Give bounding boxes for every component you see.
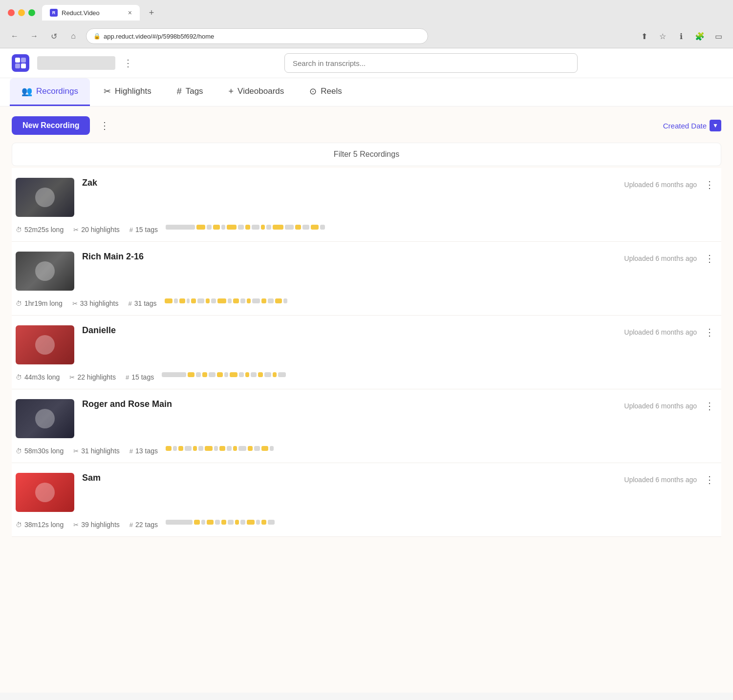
tab-videoboards[interactable]: + Videoboards — [217, 79, 296, 106]
sidebar-button[interactable]: ▭ — [711, 29, 725, 43]
svg-rect-0 — [15, 58, 20, 63]
forward-button[interactable]: → — [27, 29, 41, 43]
recording-footer: ⏱ 44m3s long ✂ 22 highlights # 15 tags — [16, 368, 717, 381]
timeline-segment — [240, 520, 245, 525]
tab-tags[interactable]: # Tags — [165, 79, 215, 106]
share-button[interactable]: ⬆ — [637, 29, 651, 43]
main-content: New Recording ⋮ Created Date ▼ Filter 5 … — [0, 106, 733, 693]
search-input[interactable] — [284, 53, 578, 73]
timeline-segment — [273, 372, 277, 377]
tab-videoboards-label: Videoboards — [237, 86, 284, 96]
bookmark-button[interactable]: ☆ — [656, 29, 669, 43]
tab-reels-label: Reels — [321, 86, 342, 96]
person-avatar — [35, 409, 55, 428]
card-menu-button[interactable]: ⋮ — [702, 178, 717, 191]
timeline-segment — [258, 372, 263, 377]
highlights-stat-icon: ✂ — [69, 374, 75, 381]
duration-stat: ⏱ 44m3s long — [16, 373, 60, 381]
card-menu-button[interactable]: ⋮ — [702, 325, 717, 339]
recording-thumbnail[interactable] — [16, 473, 74, 512]
sort-label: Created Date — [663, 122, 707, 130]
svg-rect-1 — [21, 58, 26, 63]
app-container: ⋮ 👥 Recordings ✂ Highlights # Tags + Vid… — [0, 48, 733, 693]
card-menu-button[interactable]: ⋮ — [702, 473, 717, 487]
tags-stat-icon: # — [129, 226, 133, 233]
recording-card[interactable]: Roger and Rose Main Uploaded 6 months ag… — [12, 389, 721, 463]
back-button[interactable]: ← — [8, 29, 22, 43]
recording-name: Rich Main 2-16 — [82, 252, 616, 262]
recording-stats: ⏱ 52m25s long ✂ 20 highlights # 15 tags — [16, 226, 158, 233]
timeline-segment — [245, 372, 249, 377]
timeline-segment — [270, 446, 274, 451]
timeline-segment — [228, 298, 232, 303]
timeline-segment — [188, 372, 194, 377]
app-topbar: ⋮ — [0, 48, 733, 78]
highlights-stat: ✂ 22 highlights — [69, 373, 116, 381]
timeline-bar — [166, 225, 717, 230]
address-bar[interactable]: 🔒 app.reduct.video/#/p/5998b5f692/home — [86, 28, 428, 44]
refresh-button[interactable]: ↺ — [47, 29, 61, 43]
tab-tags-label: Tags — [186, 86, 203, 96]
browser-addressbar: ← → ↺ ⌂ 🔒 app.reduct.video/#/p/5998b5f69… — [0, 25, 733, 48]
recording-meta-right: Uploaded 6 months ago ⋮ — [624, 399, 717, 413]
recording-name: Sam — [82, 473, 616, 483]
clock-icon: ⏱ — [16, 300, 22, 307]
recording-thumbnail[interactable] — [16, 252, 74, 291]
tab-recordings[interactable]: 👥 Recordings — [10, 78, 90, 106]
recording-card[interactable]: Sam Uploaded 6 months ago ⋮ ⏱ 38m12s lon… — [12, 463, 721, 537]
tags-stat: # 15 tags — [126, 373, 154, 381]
recording-card[interactable]: Zak Uploaded 6 months ago ⋮ ⏱ 52m25s lon… — [12, 168, 721, 242]
toolbar-more-button[interactable]: ⋮ — [96, 117, 113, 134]
card-menu-button[interactable]: ⋮ — [702, 252, 717, 265]
timeline-segment — [256, 520, 260, 525]
maximize-traffic-light[interactable] — [28, 9, 35, 16]
highlights-stat: ✂ 39 highlights — [73, 521, 120, 529]
reels-icon: ⊙ — [309, 86, 317, 97]
recording-card[interactable]: Rich Main 2-16 Uploaded 6 months ago ⋮ ⏱… — [12, 242, 721, 316]
timeline-bar — [162, 372, 717, 377]
new-recording-button[interactable]: New Recording — [12, 116, 90, 135]
tab-highlights[interactable]: ✂ Highlights — [92, 78, 163, 106]
person-avatar — [35, 335, 55, 355]
tab-reels[interactable]: ⊙ Reels — [298, 78, 353, 106]
thumb-person — [16, 178, 74, 217]
recording-meta-right: Uploaded 6 months ago ⋮ — [624, 178, 717, 191]
upload-time: Uploaded 6 months ago — [624, 328, 697, 336]
timeline-segment — [166, 225, 195, 230]
recording-footer: ⏱ 38m12s long ✂ 39 highlights # 22 tags — [16, 516, 717, 529]
close-traffic-light[interactable] — [8, 9, 15, 16]
timeline-segment — [273, 225, 283, 230]
clock-icon: ⏱ — [16, 521, 22, 529]
sort-button[interactable]: Created Date ▼ — [663, 120, 721, 131]
timeline-segment — [205, 446, 213, 451]
timeline-segment — [173, 446, 177, 451]
home-button[interactable]: ⌂ — [66, 29, 80, 43]
recording-card[interactable]: Danielle Uploaded 6 months ago ⋮ ⏱ 44m3s… — [12, 316, 721, 389]
timeline-segment — [261, 298, 266, 303]
timeline-segment — [233, 446, 237, 451]
topbar-more-button[interactable]: ⋮ — [123, 57, 133, 69]
duration-stat: ⏱ 52m25s long — [16, 226, 64, 233]
timeline-segment — [211, 298, 216, 303]
svg-rect-2 — [15, 64, 20, 68]
recording-thumbnail[interactable] — [16, 399, 74, 438]
extensions-button[interactable]: 🧩 — [693, 29, 707, 43]
timeline-segment — [239, 372, 244, 377]
info-button[interactable]: ℹ — [674, 29, 688, 43]
timeline-segment — [268, 520, 275, 525]
highlights-stat: ✂ 20 highlights — [73, 226, 120, 233]
browser-tab[interactable]: R Reduct.Video × — [42, 5, 140, 21]
minimize-traffic-light[interactable] — [18, 9, 25, 16]
timeline-segment — [221, 520, 226, 525]
recording-thumbnail[interactable] — [16, 325, 74, 364]
recording-name: Zak — [82, 178, 616, 188]
timeline-segment — [224, 372, 228, 377]
card-menu-button[interactable]: ⋮ — [702, 399, 717, 413]
tab-close-button[interactable]: × — [128, 9, 132, 17]
filter-bar[interactable]: Filter 5 Recordings — [12, 143, 721, 166]
timeline-segment — [320, 225, 325, 230]
timeline-segment — [238, 225, 244, 230]
recording-stats: ⏱ 38m12s long ✂ 39 highlights # 22 tags — [16, 521, 158, 529]
new-tab-button[interactable]: + — [145, 6, 158, 20]
recording-thumbnail[interactable] — [16, 178, 74, 217]
